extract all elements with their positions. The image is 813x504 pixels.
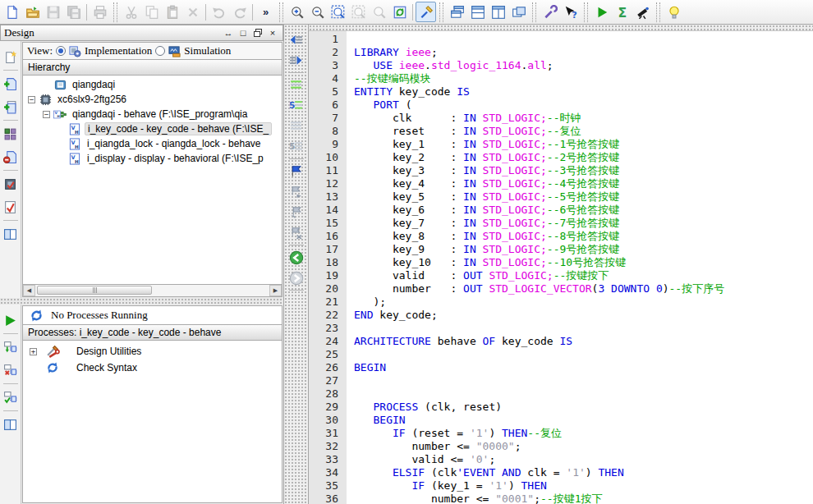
print-button[interactable]	[90, 2, 110, 22]
rerun-process-button[interactable]	[2, 339, 19, 355]
run-process-button[interactable]	[2, 312, 19, 328]
zoom-region-icon	[351, 5, 366, 20]
zoom-full-view-button[interactable]	[328, 2, 348, 22]
line-number: 25	[309, 348, 338, 361]
float-window-button[interactable]	[508, 2, 529, 22]
view-radio-implementation[interactable]	[56, 46, 66, 56]
navigate-forward-button[interactable]	[287, 269, 305, 286]
find-button[interactable]	[369, 2, 389, 22]
zoom-region-button[interactable]	[348, 2, 369, 22]
toolbar-group-handle[interactable]	[113, 2, 117, 22]
design-properties-button[interactable]	[2, 176, 19, 192]
sum-button[interactable]: Σ	[612, 2, 632, 22]
goto-line-gray-icon: 5	[289, 140, 303, 153]
toggle-panel-button[interactable]	[416, 2, 436, 22]
redo-button[interactable]	[229, 2, 250, 22]
next-bookmark-button[interactable]	[287, 183, 305, 200]
context-help-button[interactable]: ?	[560, 2, 581, 22]
process-item[interactable]: +Design Utilities	[23, 343, 282, 360]
open-file-button[interactable]	[22, 2, 43, 22]
scroll-right-arrow[interactable]: ▶	[269, 285, 282, 296]
hierarchy-item[interactable]: VHi_key_code - key_code - behave (F:\ISE…	[23, 121, 282, 136]
goto-line-button[interactable]: 5	[287, 97, 305, 114]
hierarchy-item[interactable]: −VHqiangdaqi - behave (F:\ISE_program\qi…	[23, 107, 282, 121]
cut-button[interactable]	[121, 2, 141, 22]
hierarchy-item[interactable]: VHi_display - display - behavioral (F:\I…	[23, 151, 282, 166]
new-project-button[interactable]	[2, 126, 19, 142]
save-button[interactable]	[43, 2, 63, 22]
zoom-full-view-icon	[331, 5, 346, 20]
goto-line-disabled-button[interactable]: 5	[287, 138, 305, 155]
unhighlight-lines-button[interactable]	[287, 117, 305, 135]
panel-restore-button[interactable]	[251, 27, 264, 39]
line-number: 33	[309, 453, 338, 466]
scroll-thumb[interactable]	[37, 286, 152, 295]
code-view[interactable]: 1234567891011121314151617181920212223242…	[309, 31, 813, 504]
run-button[interactable]	[591, 2, 612, 22]
toolbar-overflow-button[interactable]: »	[255, 2, 276, 22]
refresh-view-button[interactable]	[389, 2, 410, 22]
hierarchy-item[interactable]: VHi_qiangda_lock - qiangda_lock - behave	[23, 136, 282, 151]
collapse-expander[interactable]: −	[43, 111, 50, 118]
toolbar-group-handle[interactable]	[279, 2, 283, 22]
design-panel-titlebar[interactable]: Design ↔ □ ×	[0, 25, 283, 41]
highlight-lines-button[interactable]	[287, 76, 305, 94]
toggle-bookmark-button[interactable]	[287, 163, 305, 180]
delete-icon	[186, 5, 200, 20]
delete-button[interactable]	[182, 2, 203, 22]
new-file-button[interactable]	[2, 2, 22, 22]
outdent-button[interactable]	[287, 31, 305, 48]
process-item[interactable]: Check Syntax	[23, 360, 282, 376]
toolbar-group-handle[interactable]	[584, 2, 588, 22]
hierarchy-item[interactable]: qiangdaqi	[23, 77, 282, 92]
add-copy-of-source-button[interactable]	[2, 99, 19, 115]
tile-horizontal-button[interactable]	[467, 2, 488, 22]
navigate-back-button[interactable]	[287, 249, 305, 266]
tips-button[interactable]	[664, 2, 684, 22]
tile-vertical-button[interactable]	[488, 2, 508, 22]
toolbar-group-handle[interactable]	[439, 2, 443, 22]
zoom-out-button[interactable]	[307, 2, 328, 22]
remove-source-button[interactable]	[2, 149, 19, 165]
view-radio-simulation[interactable]	[155, 46, 165, 56]
code-line: ELSIF (clk'EVENT AND clk = '1') THEN	[354, 466, 813, 479]
help-cursor-icon: ?	[563, 5, 578, 20]
panel-maximize-button[interactable]: □	[237, 27, 250, 39]
expand-expander[interactable]: +	[30, 348, 37, 355]
new-source-button[interactable]	[2, 48, 19, 65]
scroll-left-arrow[interactable]: ◀	[23, 285, 35, 296]
code-line: number : OUT STD_LOGIC_VECTOR(3 DOWNTO 0…	[354, 282, 813, 296]
hierarchy-hscrollbar[interactable]: ◀ ▶	[22, 285, 282, 297]
paste-button[interactable]	[162, 2, 182, 22]
toolbar-group-handle[interactable]	[532, 2, 536, 22]
panel-splitter[interactable]	[0, 298, 283, 305]
check-document-button[interactable]	[2, 199, 19, 215]
rerun-all-button[interactable]	[2, 389, 19, 405]
line-number: 32	[309, 440, 338, 453]
split-view-button[interactable]	[2, 226, 19, 242]
remove-source-icon	[3, 150, 17, 164]
indent-button[interactable]	[287, 52, 305, 69]
analyze-button[interactable]	[632, 2, 653, 22]
code-text[interactable]: LIBRARY ieee; USE ieee.std_logic_1164.al…	[347, 31, 813, 504]
cascade-windows-button[interactable]	[447, 2, 467, 22]
panel-float-button[interactable]: ↔	[222, 27, 235, 39]
hierarchy-item[interactable]: −xc6slx9-2ftg256	[23, 92, 282, 107]
collapse-expander[interactable]: −	[28, 96, 35, 103]
add-source-button[interactable]	[2, 76, 19, 92]
split-view-button[interactable]	[2, 416, 19, 433]
toolbar-group-handle[interactable]	[656, 2, 660, 22]
scroll-track[interactable]	[35, 285, 269, 296]
settings-wrench-button[interactable]	[540, 2, 560, 22]
zoom-in-button[interactable]	[287, 2, 307, 22]
line-number: 18	[309, 256, 338, 269]
undo-button[interactable]	[209, 2, 229, 22]
copy-button[interactable]	[141, 2, 162, 22]
editor-dock-handle[interactable]	[309, 25, 813, 31]
processes-running-icon	[30, 309, 44, 323]
clear-bookmarks-button[interactable]	[287, 224, 305, 241]
stop-process-button[interactable]	[2, 362, 19, 378]
panel-close-button[interactable]: ×	[266, 27, 279, 39]
save-all-button[interactable]	[63, 2, 84, 22]
prev-bookmark-button[interactable]	[287, 204, 305, 221]
